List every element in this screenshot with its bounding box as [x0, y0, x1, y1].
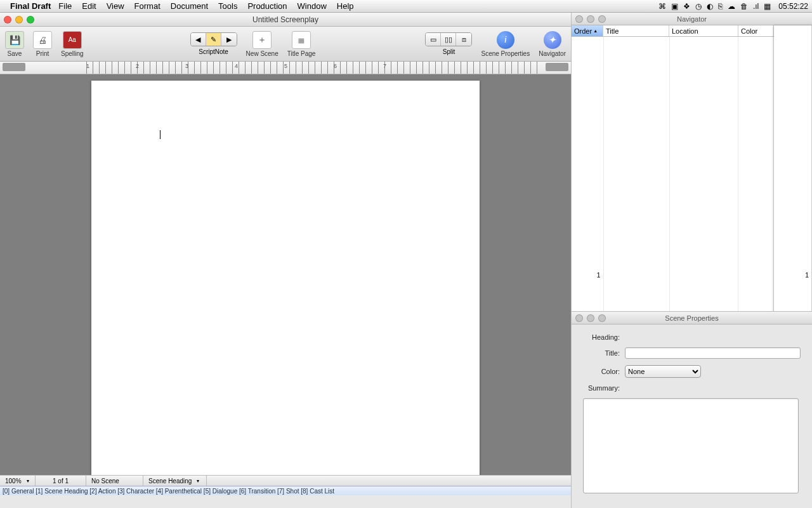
- scene-properties-button[interactable]: i Scene Properties: [481, 31, 530, 57]
- save-icon: 💾: [5, 31, 24, 49]
- scriptnote-label: ScriptNote: [199, 48, 228, 55]
- scriptnote-segment: ◀ ✎ ▶: [190, 32, 237, 46]
- new-scene-button[interactable]: ＋ New Scene: [246, 31, 278, 57]
- title-page-icon: ≣: [292, 31, 311, 49]
- element-dropdown[interactable]: Scene Heading: [143, 476, 207, 486]
- zoom-icon[interactable]: [27, 16, 34, 23]
- sort-asc-icon: ▲: [593, 29, 598, 33]
- save-button[interactable]: 💾 Save: [5, 31, 24, 57]
- title-field[interactable]: [625, 347, 801, 359]
- status-icon[interactable]: ☁: [728, 2, 735, 11]
- menu-help[interactable]: Help: [337, 1, 354, 11]
- ruler-tick: 6: [334, 63, 337, 69]
- scriptnote-group: ◀ ✎ ▶ ScriptNote: [190, 32, 237, 55]
- col-location[interactable]: Location: [669, 25, 738, 36]
- minimize-icon[interactable]: [15, 16, 23, 23]
- new-scene-icon: ＋: [252, 31, 272, 49]
- status-bar: 100% 1 of 1 No Scene Scene Heading: [0, 475, 571, 486]
- menu-production[interactable]: Production: [247, 1, 287, 11]
- window-titlebar[interactable]: Untitled Screenplay: [0, 13, 571, 27]
- spelling-button[interactable]: Aa Spelling: [61, 31, 84, 57]
- compass-icon: ✦: [544, 31, 561, 49]
- scene-indicator[interactable]: No Scene: [86, 476, 143, 486]
- scene-properties-label: Scene Properties: [481, 50, 530, 57]
- signal-icon[interactable]: .ıl: [753, 2, 759, 11]
- menu-window[interactable]: Window: [298, 1, 327, 11]
- menu-document[interactable]: Document: [171, 1, 208, 11]
- page[interactable]: [91, 81, 480, 475]
- heading-label: Heading:: [583, 333, 620, 341]
- print-label: Print: [36, 50, 49, 57]
- menu-tools[interactable]: Tools: [218, 1, 237, 11]
- zoom-icon[interactable]: [598, 15, 606, 23]
- print-icon: 🖨: [33, 31, 52, 49]
- status-icon[interactable]: ❖: [683, 2, 690, 11]
- ruler[interactable]: 1 2 3 4 5 6 7: [0, 62, 571, 74]
- ruler-tick: 1: [86, 63, 89, 69]
- close-icon[interactable]: [4, 16, 11, 23]
- menubar-clock: 05:52:22: [778, 2, 808, 11]
- status-icon[interactable]: ◷: [695, 2, 702, 11]
- dictionary-icon: Aa: [63, 31, 82, 49]
- status-icon[interactable]: ▣: [671, 2, 678, 11]
- scriptnote-next-button[interactable]: ▶: [221, 33, 237, 46]
- window-title: Untitled Screenplay: [0, 15, 571, 24]
- navigator-body[interactable]: 11: [572, 37, 812, 311]
- scriptnote-prev-button[interactable]: ◀: [191, 33, 206, 46]
- scene-properties-titlebar[interactable]: Scene Properties: [572, 312, 812, 324]
- zoom-dropdown[interactable]: 100%: [0, 476, 36, 486]
- split-horizontal-button[interactable]: ⧈: [456, 33, 471, 46]
- close-icon[interactable]: [575, 314, 583, 322]
- split-segment: ▭ ▯▯ ⧈: [425, 32, 472, 46]
- text-cursor: [160, 130, 160, 139]
- color-label: Color:: [583, 368, 620, 375]
- title-page-button[interactable]: ≣ Title Page: [287, 31, 316, 57]
- col-color[interactable]: Color: [738, 25, 774, 36]
- col-order[interactable]: Order▲: [572, 25, 603, 36]
- scene-properties-panel: Scene Properties Heading: Title: Color: …: [571, 311, 812, 508]
- ruler-tick: 2: [136, 63, 139, 69]
- navigator-header: Order▲ Title Location Color Page: [572, 25, 812, 37]
- scriptnote-add-button[interactable]: ✎: [206, 33, 221, 46]
- menu-view[interactable]: View: [107, 1, 124, 11]
- menu-file[interactable]: File: [58, 1, 72, 11]
- menu-edit[interactable]: Edit: [82, 1, 96, 11]
- split-vertical-button[interactable]: ▯▯: [441, 33, 456, 46]
- ruler-tick: 4: [235, 63, 238, 69]
- element-hint-bar: [0] General [1] Scene Heading [2] Action…: [0, 486, 571, 495]
- ruler-tick: 5: [284, 63, 287, 69]
- table-row[interactable]: 11: [572, 37, 812, 311]
- zoom-icon[interactable]: [598, 314, 606, 322]
- status-icon[interactable]: ⌘: [658, 2, 666, 11]
- navigator-title: Navigator: [572, 15, 812, 23]
- document-window: Untitled Screenplay 💾 Save 🖨 Print Aa Sp…: [0, 13, 571, 495]
- calendar-icon[interactable]: ▦: [764, 2, 771, 11]
- navigator-label: Navigator: [539, 50, 566, 57]
- minimize-icon[interactable]: [587, 314, 594, 322]
- page-position: 1 of 1: [36, 476, 86, 486]
- color-select[interactable]: None: [625, 365, 701, 378]
- scene-properties-title: Scene Properties: [572, 314, 812, 322]
- close-icon[interactable]: [575, 15, 583, 23]
- navigator-button[interactable]: ✦ Navigator: [539, 31, 566, 57]
- summary-field[interactable]: [583, 398, 799, 493]
- status-icon[interactable]: ◐: [707, 2, 713, 11]
- navigator-titlebar[interactable]: Navigator: [572, 13, 812, 25]
- title-page-label: Title Page: [287, 50, 316, 57]
- navigator-panel: Navigator Order▲ Title Location Color Pa…: [571, 13, 812, 311]
- title-label: Title:: [583, 349, 620, 357]
- app-name[interactable]: Final Draft: [10, 1, 51, 11]
- split-none-button[interactable]: ▭: [426, 33, 441, 46]
- minimize-icon[interactable]: [587, 15, 594, 23]
- toolbar: 💾 Save 🖨 Print Aa Spelling ◀ ✎ ▶ ScriptN…: [0, 27, 571, 62]
- new-scene-label: New Scene: [246, 50, 278, 57]
- split-group: ▭ ▯▯ ⧈ Split: [425, 32, 472, 55]
- status-icon[interactable]: ⎘: [718, 2, 723, 11]
- split-label: Split: [443, 48, 455, 55]
- menu-format[interactable]: Format: [134, 1, 160, 11]
- print-button[interactable]: 🖨 Print: [33, 31, 52, 57]
- col-title[interactable]: Title: [603, 25, 669, 36]
- status-icon[interactable]: 🗑: [740, 2, 748, 11]
- ruler-tick: 7: [383, 63, 386, 69]
- document-area[interactable]: [0, 74, 571, 475]
